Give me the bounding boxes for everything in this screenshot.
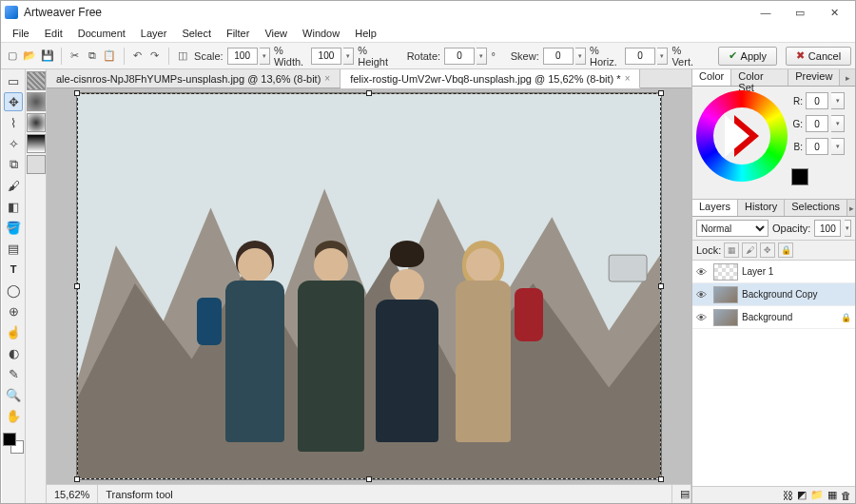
cut-icon[interactable]: ✂ [68,47,83,66]
visibility-icon[interactable]: 👁 [696,312,710,323]
maximize-button[interactable]: ▭ [783,1,817,24]
color-b-input[interactable] [806,138,828,155]
eyedropper-tool[interactable]: ✎ [4,364,23,383]
layer-mask-icon[interactable]: ◩ [797,489,807,501]
handle-nw[interactable] [74,90,80,96]
hand-tool[interactable]: ✋ [4,406,23,425]
scale-width-input[interactable] [227,48,258,65]
canvas-viewport[interactable] [47,88,691,484]
panel-tab-preview[interactable]: Preview [788,69,840,86]
move-tool[interactable]: ✥ [4,92,23,111]
apply-button[interactable]: ✔Apply [718,47,778,66]
save-icon[interactable]: 💾 [40,47,55,66]
rect-select-tool[interactable]: ▭ [4,71,23,90]
layer-delete-icon[interactable]: 🗑 [841,490,851,501]
text-tool[interactable]: T [4,260,23,279]
brush-tool[interactable]: 🖌 [4,176,23,195]
gradient-tool[interactable]: ▤ [4,239,23,258]
undo-icon[interactable]: ↶ [129,47,145,66]
minimize-button[interactable]: ― [749,1,783,24]
handle-n[interactable] [366,90,372,96]
skew-h-dd[interactable]: ▾ [575,48,586,65]
visibility-icon[interactable]: 👁 [696,266,710,278]
smudge-tool[interactable]: ☝ [4,322,23,341]
paste-icon[interactable]: 📋 [102,47,117,66]
tab-doc-2[interactable]: felix-rostig-UmV2wr-Vbq8-unsplash.jpg @ … [340,69,640,88]
color-g-input[interactable] [806,115,828,132]
handle-w[interactable] [74,283,80,289]
scale-height-dd[interactable]: ▾ [343,48,354,65]
color-swatches[interactable] [3,433,24,454]
menu-file[interactable]: File [5,26,37,41]
copy-icon[interactable]: ⧉ [85,47,100,66]
handle-se[interactable] [658,476,664,482]
handle-e[interactable] [658,283,664,289]
skew-v-dd[interactable]: ▾ [657,48,668,65]
redo-icon[interactable]: ↷ [147,47,163,66]
lock-all-icon[interactable]: 🔒 [778,242,793,258]
panel-tab-colorset[interactable]: Color Set [731,69,788,86]
blend-mode-select[interactable]: Normal [696,220,768,237]
dock-thumb-b[interactable] [27,92,46,111]
panel-tab-layers[interactable]: Layers [692,200,738,216]
menu-view[interactable]: View [257,26,295,41]
layer-row[interactable]: 👁 Layer 1 [692,261,855,283]
lock-transparency-icon[interactable]: ▦ [724,242,739,258]
menu-edit[interactable]: Edit [37,26,70,41]
close-tab-icon[interactable]: × [324,73,330,84]
visibility-icon[interactable]: 👁 [696,289,710,300]
tab-doc-1[interactable]: ale-cisnros-NpJ8FhYUMPs-unsplash.jpg @ 1… [47,69,340,87]
menu-help[interactable]: Help [347,26,384,41]
layer-new-icon[interactable]: ▦ [827,489,837,501]
layer-row[interactable]: 👁 Background 🔒 [692,306,855,329]
open-icon[interactable]: 📂 [22,47,37,66]
status-zoom[interactable]: 15,62% [47,485,98,503]
menu-document[interactable]: Document [70,26,133,41]
opacity-input[interactable] [814,220,841,237]
layer-folder-icon[interactable]: 📁 [810,489,824,501]
dock-thumb-e[interactable] [27,155,46,174]
scale-width-dd[interactable]: ▾ [260,48,270,65]
lock-position-icon[interactable]: ✥ [760,242,775,258]
handle-s[interactable] [366,476,372,482]
rotate-input[interactable] [444,48,475,65]
handle-ne[interactable] [658,90,664,96]
new-icon[interactable]: ▢ [5,47,20,66]
eraser-tool[interactable]: ◧ [4,197,23,216]
color-triangle[interactable] [725,115,749,157]
zoom-tool[interactable]: 🔍 [4,385,23,404]
lasso-tool[interactable]: ⌇ [4,113,23,132]
dock-thumb-a[interactable] [27,71,46,90]
clone-tool[interactable]: ⊕ [4,301,23,320]
panel-fg-swatch[interactable] [791,168,808,185]
layer-row[interactable]: 👁 Background Copy [692,283,855,306]
cancel-button[interactable]: ✖Cancel [786,47,851,66]
panel-tab-selections[interactable]: Selections [785,200,847,216]
panel-menu-icon[interactable]: ▸ [840,69,855,86]
rotate-dd[interactable]: ▾ [477,48,487,65]
menu-filter[interactable]: Filter [219,26,257,41]
canvas-image[interactable] [77,93,661,479]
menu-window[interactable]: Window [295,26,347,41]
transform-icon[interactable]: ◫ [175,47,190,66]
panel-tab-color[interactable]: Color [692,69,731,86]
dock-thumb-d[interactable] [27,134,46,153]
bucket-tool[interactable]: 🪣 [4,218,23,237]
crop-tool[interactable]: ⧉ [4,155,23,174]
wand-tool[interactable]: ✧ [4,134,23,153]
foreground-swatch[interactable] [3,433,16,446]
color-wheel[interactable] [696,90,788,182]
color-r-input[interactable] [806,92,828,109]
shape-tool[interactable]: ◯ [4,281,23,300]
scale-height-input[interactable] [311,48,341,65]
lock-pixels-icon[interactable]: 🖌 [742,242,757,258]
close-button[interactable]: ✕ [817,1,851,24]
skew-v-input[interactable] [625,48,655,65]
panel-tab-history[interactable]: History [738,200,785,216]
dock-thumb-c[interactable] [27,113,46,132]
panel-menu-icon[interactable]: ▸ [847,200,855,216]
menu-select[interactable]: Select [174,26,219,41]
handle-sw[interactable] [74,476,80,482]
close-tab-icon[interactable]: × [625,73,631,84]
menu-layer[interactable]: Layer [133,26,175,41]
